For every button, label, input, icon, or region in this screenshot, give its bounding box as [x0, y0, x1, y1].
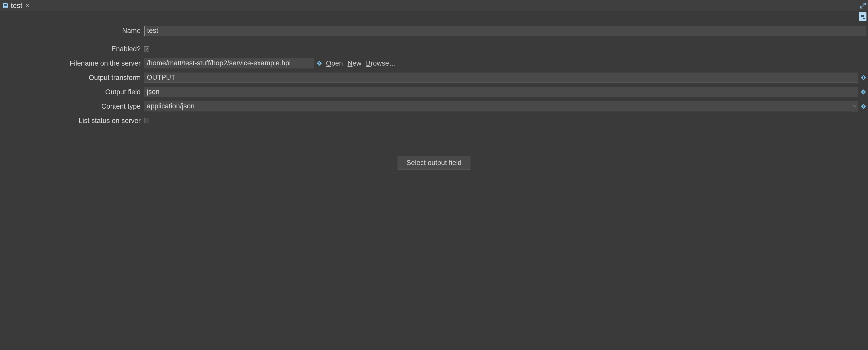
variable-icon[interactable]: $ [860, 103, 866, 109]
tab-title: test [11, 2, 22, 10]
tabbar-spacer [32, 0, 858, 11]
row-enabled: Enabled? ✓ [2, 42, 866, 56]
new-button[interactable]: New [346, 60, 362, 67]
select-output-field-button[interactable]: Select output field [398, 156, 471, 170]
label-content-type: Content type [2, 103, 141, 110]
row-name: Name [2, 24, 866, 38]
svg-rect-5 [861, 15, 864, 15]
form-area: Name Enabled? ✓ Filename on the server $… [0, 22, 868, 170]
label-list-status: List status on server [2, 117, 141, 125]
svg-text:$: $ [863, 90, 864, 94]
content-type-combo[interactable] [144, 101, 858, 111]
svg-text:$: $ [318, 62, 320, 65]
list-status-checkbox[interactable] [144, 118, 149, 123]
label-filename: Filename on the server [2, 60, 141, 67]
row-output-field: Output field $ [2, 85, 866, 99]
label-name: Name [2, 27, 141, 35]
helper-icon-row [0, 11, 868, 22]
svg-rect-1 [4, 4, 7, 5]
variable-icon[interactable]: $ [860, 89, 866, 95]
label-output-field: Output field [2, 88, 141, 96]
form-divider [2, 40, 866, 40]
tab-test[interactable]: test ✕ [0, 0, 32, 11]
name-input[interactable] [144, 26, 866, 36]
pipeline-icon [2, 2, 9, 9]
label-output-transform: Output transform [2, 74, 141, 82]
bottom-button-row: Select output field [2, 156, 866, 170]
svg-rect-6 [861, 16, 864, 17]
svg-text:$: $ [863, 76, 864, 79]
chevron-down-icon[interactable] [851, 103, 858, 109]
output-field-input[interactable] [144, 87, 858, 97]
row-filename: Filename on the server $ Open New Browse… [2, 56, 866, 70]
tab-bar: test ✕ [0, 0, 868, 11]
row-list-status: List status on server [2, 113, 866, 128]
enabled-checkbox[interactable]: ✓ [144, 46, 149, 51]
svg-text:$: $ [863, 105, 864, 108]
browse-button[interactable]: Browse… [365, 60, 397, 67]
svg-point-7 [863, 18, 865, 19]
label-enabled: Enabled? [2, 45, 141, 53]
row-output-transform: Output transform $ [2, 70, 866, 85]
svg-rect-3 [4, 7, 7, 7]
variable-icon[interactable]: $ [316, 60, 322, 66]
svg-rect-2 [4, 5, 7, 6]
metadata-icon[interactable] [859, 12, 866, 21]
output-transform-input[interactable] [144, 72, 858, 83]
open-button[interactable]: Open [325, 60, 344, 67]
close-icon[interactable]: ✕ [25, 3, 29, 8]
content-type-input[interactable] [144, 101, 851, 111]
filename-input[interactable] [144, 58, 314, 68]
maximize-button[interactable] [858, 0, 868, 11]
row-content-type: Content type $ [2, 99, 866, 113]
variable-icon[interactable]: $ [860, 75, 866, 81]
